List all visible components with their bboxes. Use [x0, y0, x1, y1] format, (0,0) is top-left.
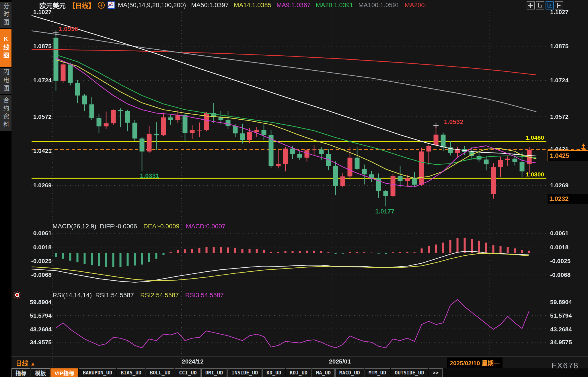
rsi-tick-left: 34.9575 — [17, 339, 52, 346]
macd-value: MACD:0.0007 — [186, 223, 225, 230]
month-label: 2025/01 — [329, 358, 351, 365]
rsi-tick-right: 43.2684 — [550, 326, 572, 333]
last-price-box: 1.0425 — [548, 150, 588, 161]
ma14-value: MA14:1.0385 — [234, 1, 271, 9]
triangle-up-icon: ▲ — [30, 361, 36, 367]
ma9-value: MA9:1.0367 — [277, 1, 311, 9]
indicator-toolbar: 指标 模板 VIP指标 BARUPDN_UD BIAS_UD BOLL_UD C… — [11, 368, 588, 377]
price-tick-right: 1.1027 — [550, 9, 568, 15]
pane-divider — [11, 356, 588, 357]
macd-tick-right: -0.0025 — [550, 258, 571, 265]
sidebar-item-label: K线图 — [1, 36, 10, 60]
price-tick-left: 1.0421 — [17, 147, 52, 154]
macd-diff-value: DIFF:-0.0006 — [100, 223, 137, 230]
swing-high-label: 1.0532 — [444, 118, 463, 126]
price-tick-left: 1.0572 — [17, 113, 52, 120]
target-add-icon[interactable] — [98, 2, 105, 9]
low-price-label: 1.0331 — [140, 172, 159, 180]
tab-boll-ud[interactable]: BOLL_UD — [146, 368, 175, 377]
rsi-tick-right: 51.5794 — [550, 312, 572, 319]
period-selector[interactable]: 日线 ▲ — [16, 358, 36, 367]
current-date-label: 2025/02/10 星期一 — [447, 357, 503, 368]
tab-indicators[interactable]: 指标 — [11, 368, 30, 377]
rsi-tick-right: 59.8904 — [550, 299, 572, 306]
tab-ma-ud[interactable]: MA_UD — [312, 368, 335, 377]
price-tick-right: 1.0724 — [550, 77, 568, 84]
aux-price-box: 1.0232 — [548, 194, 588, 204]
macd-tick-left: -0.0025 — [17, 258, 52, 265]
rsi-tick-right: 34.9575 — [550, 339, 572, 346]
time-axis-tick — [133, 357, 133, 367]
chart-header: 欧元美元 【日线】 MA(50,14,9,20,100,200) MA50:1.… — [39, 1, 426, 9]
rsi3-value: RSI3:54.5587 — [185, 292, 224, 299]
macd-dea-value: DEA:-0.0009 — [143, 223, 180, 230]
sidebar-item-label: 闪电图 — [1, 69, 10, 93]
macd-tick-right: -0.0068 — [550, 271, 571, 278]
symbol-name: 欧元美元 — [39, 0, 66, 10]
month-label: 2024/12 — [182, 358, 204, 365]
sidebar-item-contract-info[interactable]: 合约资料 — [0, 95, 11, 131]
ma50-value: MA50:1.0397 — [191, 1, 229, 9]
rsi-tick-left: 43.2684 — [17, 326, 52, 333]
support-level-label: 1.0300 — [526, 171, 544, 178]
rsi1-value: RSI1:54.5587 — [95, 292, 134, 299]
ma200-value: MA200: — [405, 1, 427, 9]
price-tick-right: 1.0875 — [550, 43, 568, 50]
high-price-label: 1.0936 — [59, 25, 78, 33]
resistance-level-label: 1.0460 — [526, 134, 544, 141]
rsi2-value: RSI2:54.5587 — [140, 292, 179, 299]
tab-inside-ud[interactable]: INSIDE_UD — [227, 368, 262, 377]
sidebar-item-candle-chart[interactable]: K线图 — [0, 29, 11, 67]
tab-bias-ud[interactable]: BIAS_UD — [117, 368, 145, 377]
pane-settings-button[interactable] — [555, 1, 563, 9]
tab-macd-ud[interactable]: MACD_UD — [335, 368, 364, 377]
price-tick-right: 1.0269 — [550, 182, 568, 189]
tab-barupdn-ud[interactable]: BARUPDN_UD — [79, 368, 116, 377]
tab-dmi-ud[interactable]: DMI_UD — [201, 368, 227, 377]
macd-tick-right: 0.0018 — [550, 244, 568, 251]
crosshair-move-button[interactable] — [527, 1, 535, 9]
price-tick-left: 1.0724 — [17, 77, 52, 84]
ma20-value: MA20:1.0391 — [316, 1, 353, 9]
tab-kdj-ud[interactable]: KDJ_UD — [286, 368, 311, 377]
right-axis-button-selected[interactable] — [546, 1, 554, 9]
macd-header: MACD(26,12,9) DIFF:-0.0006 DEA:-0.0009 M… — [52, 223, 225, 230]
period-selector-label: 日线 — [16, 360, 28, 367]
chart-tool-buttons — [527, 1, 563, 9]
alert-target-icon[interactable] — [13, 290, 22, 301]
macd-tick-left: -0.0068 — [17, 271, 52, 278]
sidebar-item-label: 分时图 — [1, 3, 10, 27]
sidebar-item-flash-chart[interactable]: 闪电图 — [0, 68, 11, 94]
tab-cci-ud[interactable]: CCI_UD — [175, 368, 200, 377]
macd-tick-left: 0.0061 — [17, 230, 52, 237]
sidebar-item-time-chart[interactable]: 分时图 — [0, 2, 11, 28]
price-alert-arrow-icon — [580, 143, 587, 151]
rsi-tick-left: 59.8904 — [17, 299, 52, 306]
macd-tick-left: 0.0018 — [17, 244, 52, 251]
rsi-header: RSI(14,14,14) RSI1:54.5587 RSI2:54.5587 … — [52, 292, 224, 299]
chart-canvas[interactable] — [0, 0, 588, 377]
pane-divider — [11, 288, 588, 288]
price-tick-left: 1.0875 — [17, 43, 52, 50]
left-axis-button[interactable] — [536, 1, 544, 9]
chart-type-icon[interactable] — [108, 1, 115, 9]
rsi-tick-left: 51.5794 — [17, 312, 52, 319]
rsi-title: RSI(14,14,14) — [52, 292, 92, 299]
tab-templates[interactable]: 模板 — [31, 368, 50, 377]
low-price-label-2: 1.0177 — [375, 208, 394, 215]
tab-outside-ud[interactable]: OUTSIDE_UD — [391, 368, 428, 377]
ma100-value: MA100:1.0591 — [359, 1, 400, 9]
pane-divider — [11, 220, 588, 220]
tab-more[interactable]: >> — [429, 368, 443, 377]
macd-title: MACD(26,12,9) — [52, 223, 96, 230]
price-tick-left: 1.0269 — [17, 182, 52, 189]
tab-vip-indicators[interactable]: VIP指标 — [50, 368, 78, 377]
tab-mtm-ud[interactable]: MTM_UD — [365, 368, 390, 377]
macd-tick-right: 0.0061 — [550, 230, 568, 237]
sidebar: 分时图 K线图 闪电图 合约资料 — [0, 0, 11, 377]
price-tick-right: 1.0572 — [550, 113, 568, 120]
chart-app: 分时图 K线图 闪电图 合约资料 欧元美元 【日线】 MA(50,14,9,20… — [0, 0, 588, 377]
tab-kd-ud[interactable]: KD_UD — [262, 368, 285, 377]
period-label: 【日线】 — [69, 0, 95, 10]
ma-params-label: MA(50,14,9,20,100,200) — [118, 1, 186, 9]
